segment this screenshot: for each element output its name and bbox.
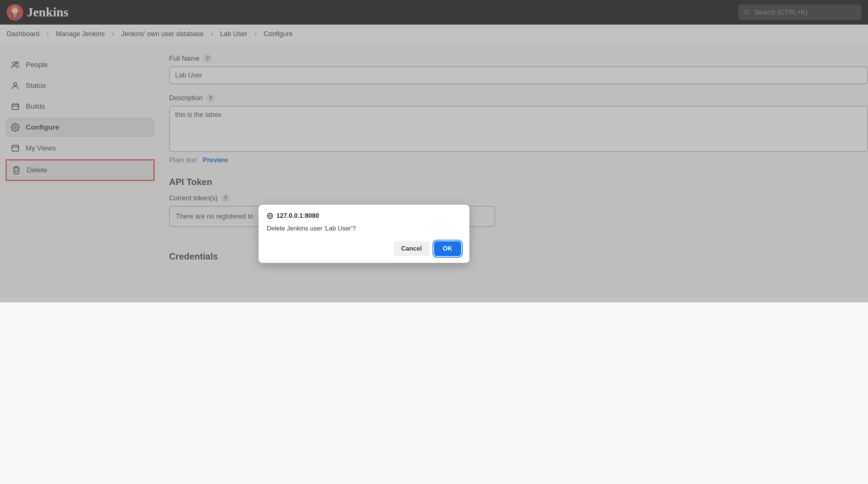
dialog-origin-text: 127.0.0.1:8080 bbox=[276, 212, 319, 220]
globe-icon bbox=[267, 213, 273, 219]
confirm-dialog: 127.0.0.1:8080 Delete Jenkins user 'Lab … bbox=[259, 205, 469, 263]
ok-button[interactable]: OK bbox=[434, 241, 462, 256]
dialog-message: Delete Jenkins user 'Lab User'? bbox=[267, 225, 461, 232]
cancel-button[interactable]: Cancel bbox=[394, 241, 430, 256]
